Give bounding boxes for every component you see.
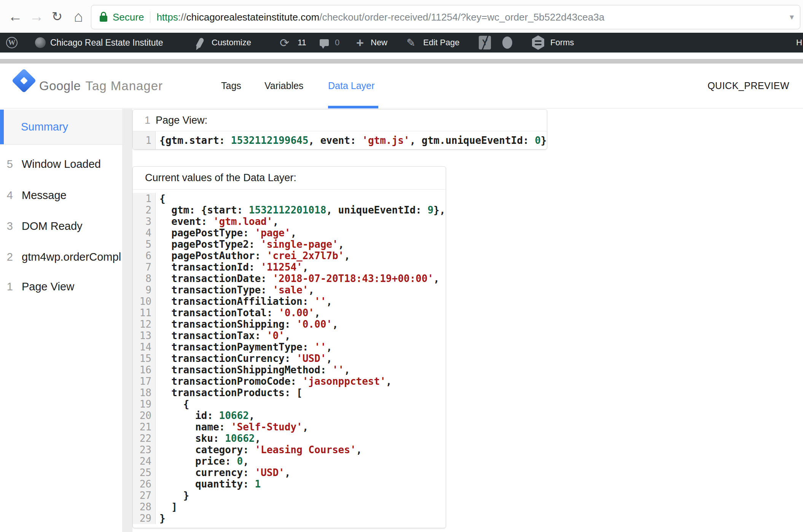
line-number: 10 [133, 296, 156, 307]
line-number: 6 [133, 250, 156, 261]
edit-page-link[interactable]: Edit Page [423, 33, 459, 53]
line-number: 7 [133, 261, 156, 273]
card-title: Page View: [156, 115, 207, 126]
line-number: 1 [133, 193, 156, 204]
new-plus-icon[interactable]: + [356, 33, 364, 53]
line-number: 23 [133, 444, 156, 456]
code-line: 8 transactionDate: '2018-07-20T18:43:19+… [133, 273, 446, 284]
code-line: 1{ [133, 193, 446, 204]
address-bar[interactable]: Secure https://chicagorealestateinstitut… [91, 5, 800, 29]
site-name-link[interactable]: Chicago Real Estate Institute [50, 33, 163, 53]
reload-icon[interactable]: ↻ [49, 0, 65, 33]
page-view-code-block: 1{gtm.start: 1532112199645, event: 'gtm.… [133, 131, 547, 150]
code-line: 29} [133, 513, 446, 524]
wordpress-logo-icon[interactable]: W [6, 33, 18, 53]
back-icon[interactable]: ← [7, 0, 24, 33]
code-text: } [156, 513, 166, 524]
code-line: 2 gtm: {start: 1532112201018, uniqueEven… [133, 204, 446, 216]
code-text: transactionId: '11254', [156, 261, 308, 273]
tab-variables[interactable]: Variables [264, 64, 303, 108]
sidebar-item-summary[interactable]: Summary [0, 110, 122, 145]
forward-icon[interactable]: → [28, 0, 45, 33]
event-label: gtm4wp.orderCompl [22, 251, 121, 263]
event-number: 1 [0, 280, 13, 293]
line-number: 24 [133, 456, 156, 467]
code-text: quantity: 1 [156, 478, 261, 490]
site-favicon [35, 33, 46, 53]
secure-badge[interactable]: Secure [113, 11, 144, 23]
url-path: /checkout/order-received/11254/?key=wc_o… [319, 11, 604, 23]
url-divider [150, 11, 150, 23]
line-number: 25 [133, 467, 156, 478]
browser-toolbar: ← → ↻ ⌂ Secure https://chicagorealestate… [0, 0, 803, 33]
code-line: 26 quantity: 1 [133, 478, 446, 490]
code-line: 12 transactionShipping: '0.00', [133, 319, 446, 330]
line-number: 13 [133, 330, 156, 341]
forms-link[interactable]: Forms [550, 33, 574, 53]
comments-count-badge[interactable]: 0 [335, 33, 339, 53]
code-text: sku: 10662, [156, 433, 261, 444]
code-text: pagePostType2: 'single-page', [156, 239, 344, 250]
event-label: Message [22, 189, 67, 202]
code-text: transactionType: 'sale', [156, 284, 314, 296]
tab-tags[interactable]: Tags [221, 64, 241, 108]
comments-bubble-icon[interactable] [320, 33, 329, 53]
code-line: 13 transactionTax: '0', [133, 330, 446, 341]
summary-active-accent [0, 110, 4, 144]
code-line: 4 pagePostType: 'page', [133, 227, 446, 239]
line-number: 20 [133, 410, 156, 421]
url-domain: chicagorealestateinstitute.com [186, 11, 319, 23]
sidebar-content-gutter [122, 109, 132, 532]
data-layer-code-block: 1{2 gtm: {start: 1532112201018, uniqueEv… [133, 190, 446, 528]
code-text: transactionProducts: [ [156, 387, 303, 398]
updates-count-badge[interactable]: 11 [298, 33, 306, 53]
url-dropdown-caret-icon[interactable]: ▾ [790, 12, 794, 22]
line-number: 21 [133, 421, 156, 433]
sidebar-item-event[interactable]: 1Page View [0, 280, 122, 293]
code-text: price: 0, [156, 456, 249, 467]
url-text[interactable]: https://chicagorealestateinstitute.com/c… [156, 11, 790, 23]
gtm-logo-product: Tag Manager [85, 79, 163, 93]
event-sidebar: Summary 5Window Loaded4Message3DOM Ready… [0, 109, 122, 532]
new-link[interactable]: New [371, 33, 387, 53]
code-line: 7 transactionId: '11254', [133, 261, 446, 273]
line-number: 5 [133, 239, 156, 250]
code-line: 24 price: 0, [133, 456, 446, 467]
customize-brush-icon[interactable] [198, 33, 202, 53]
screen: ← → ↻ ⌂ Secure https://chicagorealestate… [0, 0, 803, 532]
line-number: 11 [133, 307, 156, 319]
sidebar-item-event[interactable]: 3DOM Ready [0, 219, 122, 233]
wp-logo-letter: W [6, 37, 18, 48]
tab-data-layer[interactable]: Data Layer [328, 64, 374, 108]
code-line: 18 transactionProducts: [ [133, 387, 446, 398]
sidebar-item-event[interactable]: 5Window Loaded [0, 157, 122, 171]
sidebar-item-event[interactable]: 2gtm4wp.orderCompl [0, 250, 122, 264]
event-number: 3 [0, 220, 13, 233]
code-line: 6 pagePostAuthor: 'crei_2x7l7b', [133, 250, 446, 261]
forms-hexagon-icon[interactable] [532, 33, 544, 53]
code-line: 22 sku: 10662, [133, 433, 446, 444]
line-number: 19 [133, 398, 156, 410]
active-tab-underline [328, 106, 378, 108]
code-text: { [156, 398, 189, 410]
code-line: 17 transactionPromoCode: 'jasonppctest', [133, 376, 446, 387]
card-title: Current values of the Data Layer: [145, 172, 296, 184]
line-number: 22 [133, 433, 156, 444]
code-text: transactionShippingMethod: '', [156, 364, 350, 376]
customize-link[interactable]: Customize [212, 33, 251, 53]
yoast-seo-icon[interactable]: Y [479, 33, 491, 53]
page-divider-strip [0, 59, 803, 64]
event-label: Window Loaded [22, 158, 101, 170]
code-line: 1{gtm.start: 1532112199645, event: 'gtm.… [133, 131, 547, 150]
edit-pencil-icon[interactable]: ✎ [406, 33, 415, 53]
code-text: name: 'Self-Study', [156, 421, 308, 433]
line-number: 1 [133, 131, 156, 150]
code-line: 9 transactionType: 'sale', [133, 284, 446, 296]
sidebar-item-event[interactable]: 4Message [0, 188, 122, 202]
line-number: 18 [133, 387, 156, 398]
home-icon[interactable]: ⌂ [70, 0, 87, 33]
code-text: currency: 'USD', [156, 467, 290, 478]
event-number: 4 [0, 189, 13, 202]
updates-icon[interactable]: ⟳ [280, 33, 289, 53]
code-line: 16 transactionShippingMethod: '', [133, 364, 446, 376]
